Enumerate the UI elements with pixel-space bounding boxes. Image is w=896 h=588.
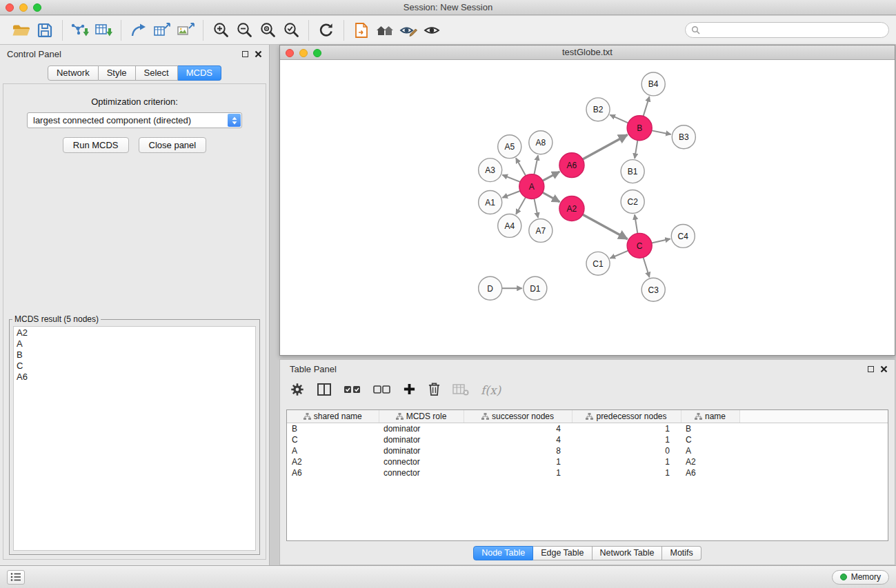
column-header-name[interactable]: name: [681, 410, 739, 423]
column-header-shared-name[interactable]: shared name: [287, 410, 379, 423]
graph-node-C3[interactable]: C3: [641, 278, 665, 301]
memory-button[interactable]: Memory: [832, 570, 889, 585]
table-row[interactable]: Cdominator41C: [287, 434, 888, 445]
graph-edge-A-A3[interactable]: [502, 175, 520, 182]
delete-column-button[interactable]: [428, 382, 441, 398]
graph-edge-A-A4[interactable]: [516, 197, 526, 214]
network-close-button[interactable]: [286, 49, 294, 57]
graph-edge-A-A2[interactable]: [543, 192, 560, 202]
column-header-predecessor-nodes[interactable]: predecessor nodes: [572, 410, 681, 423]
table-settings-button[interactable]: [290, 382, 305, 399]
graph-node-A7[interactable]: A7: [529, 219, 552, 242]
deselect-all-rows-button[interactable]: [373, 383, 391, 398]
save-session-button[interactable]: [33, 19, 57, 42]
mcds-result-item[interactable]: A: [17, 338, 252, 349]
close-panel-button[interactable]: Close panel: [139, 137, 207, 153]
export-network-button[interactable]: [127, 19, 150, 42]
mcds-result-item[interactable]: A6: [17, 372, 252, 383]
graph-node-B3[interactable]: B3: [672, 125, 695, 149]
show-hide-button[interactable]: [420, 19, 444, 42]
import-table-button[interactable]: [92, 19, 115, 42]
function-builder-button[interactable]: f(x): [481, 383, 501, 397]
graph-edge-A-A8[interactable]: [534, 155, 538, 174]
graph-node-C4[interactable]: C4: [671, 224, 695, 247]
tab-network-table[interactable]: Network Table: [593, 546, 663, 560]
table-row[interactable]: Adominator80A: [287, 445, 888, 456]
close-window-button[interactable]: [6, 3, 14, 12]
graph-edge-A-A5[interactable]: [516, 158, 526, 176]
graph-node-C2[interactable]: C2: [621, 190, 644, 214]
graph-edge-C-C4[interactable]: [652, 239, 670, 243]
graph-edge-A6-B[interactable]: [583, 134, 628, 159]
graph-edge-B-B4[interactable]: [644, 97, 650, 116]
float-table-panel-button[interactable]: [868, 366, 874, 372]
graph-node-B4[interactable]: B4: [641, 72, 665, 96]
graph-node-D[interactable]: D: [479, 276, 502, 300]
graph-node-A4[interactable]: A4: [498, 214, 521, 237]
export-table-button[interactable]: [150, 19, 174, 42]
create-column-button[interactable]: [403, 383, 416, 398]
select-all-rows-button[interactable]: [344, 383, 361, 398]
zoom-window-button[interactable]: [33, 3, 41, 12]
search-input[interactable]: [704, 23, 888, 37]
graph-node-A6[interactable]: A6: [559, 153, 584, 178]
graph-node-A1[interactable]: A1: [479, 191, 502, 214]
delete-table-button[interactable]: [452, 383, 469, 398]
minimize-window-button[interactable]: [19, 3, 28, 12]
graph-node-A2[interactable]: A2: [559, 196, 584, 221]
table-row[interactable]: Bdominator41B: [287, 423, 888, 434]
column-header-successor-nodes[interactable]: successor nodes: [464, 410, 572, 423]
tab-network[interactable]: Network: [48, 65, 99, 81]
mcds-result-list[interactable]: A2ABCA6: [13, 326, 256, 551]
tab-edge-table[interactable]: Edge Table: [533, 546, 592, 560]
graph-edge-A-A1[interactable]: [502, 191, 520, 198]
graph-node-A8[interactable]: A8: [529, 131, 552, 154]
graph-edge-A-A7[interactable]: [534, 199, 538, 218]
network-canvas[interactable]: B4B2BB3A8A5A6A3B1AC2A1A2A4A7C4CC1C3DD1: [280, 61, 895, 355]
graph-node-C1[interactable]: C1: [586, 252, 610, 275]
table-row[interactable]: A2connector11A2: [287, 456, 888, 467]
close-panel-icon-button[interactable]: [255, 50, 262, 58]
graph-edge-C-C3[interactable]: [644, 258, 650, 278]
graph-node-B2[interactable]: B2: [586, 98, 610, 121]
export-image-button[interactable]: [174, 19, 197, 42]
tab-style[interactable]: Style: [99, 65, 136, 81]
zoom-out-button[interactable]: [232, 19, 256, 42]
graph-node-B[interactable]: B: [627, 116, 652, 141]
table-row[interactable]: A6connector11A6: [287, 467, 888, 478]
graph-node-D1[interactable]: D1: [524, 276, 547, 300]
search-box[interactable]: [685, 22, 889, 38]
graph-edge-A-A6[interactable]: [543, 172, 560, 181]
mcds-result-item[interactable]: B: [17, 349, 252, 361]
zoom-in-button[interactable]: [209, 19, 232, 42]
graph-edge-C-C1[interactable]: [610, 251, 628, 258]
graph-edge-B-B1[interactable]: [635, 141, 637, 159]
refresh-layout-button[interactable]: [315, 19, 338, 42]
home-button[interactable]: [373, 19, 397, 42]
open-session-button[interactable]: [10, 19, 33, 42]
annotation-mode-button[interactable]: [397, 19, 420, 42]
mcds-result-item[interactable]: C: [17, 361, 252, 372]
float-panel-button[interactable]: [242, 51, 248, 57]
graph-node-A5[interactable]: A5: [498, 135, 521, 159]
optimization-criterion-select[interactable]: largest connected component (directed): [27, 112, 242, 128]
graph-node-A3[interactable]: A3: [479, 159, 502, 182]
graph-edge-C-C2[interactable]: [635, 214, 637, 233]
graph-edge-B-B2[interactable]: [610, 115, 628, 123]
network-graph[interactable]: B4B2BB3A8A5A6A3B1AC2A1A2A4A7C4CC1C3DD1: [280, 61, 895, 355]
mcds-result-item[interactable]: A2: [17, 327, 252, 338]
close-table-panel-button[interactable]: [880, 365, 888, 373]
graph-edge-B-B3[interactable]: [652, 130, 671, 134]
zoom-fit-button[interactable]: [256, 19, 279, 42]
run-mcds-button[interactable]: Run MCDS: [63, 137, 129, 153]
tab-node-table[interactable]: Node Table: [473, 546, 533, 560]
tab-motifs[interactable]: Motifs: [662, 546, 701, 560]
graph-node-C[interactable]: C: [627, 233, 652, 258]
network-minimize-button[interactable]: [299, 49, 308, 57]
graph-edge-A2-C[interactable]: [583, 214, 628, 239]
first-neighbors-button[interactable]: [350, 19, 373, 42]
column-header-MCDS-role[interactable]: MCDS role: [379, 410, 464, 423]
show-columns-button[interactable]: [317, 383, 332, 398]
import-network-button[interactable]: [68, 19, 92, 42]
network-zoom-button[interactable]: [313, 49, 321, 57]
